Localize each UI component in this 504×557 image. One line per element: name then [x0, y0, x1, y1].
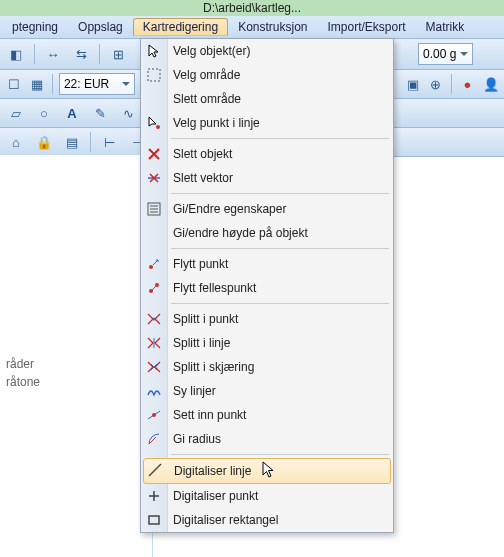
menu-item[interactable]: Gi radius [141, 427, 393, 451]
menu-separator [171, 303, 389, 304]
tool-btn-4[interactable]: ⊞ [106, 42, 130, 66]
tool-btn-e[interactable]: ● [458, 72, 477, 96]
menu-item-label: Slett område [173, 92, 241, 106]
menu-item-label: Velg objekt(er) [173, 44, 250, 58]
separator [90, 132, 91, 152]
tool-btn-1[interactable]: ◧ [4, 42, 28, 66]
menubar-item[interactable]: Oppslag [68, 18, 133, 36]
menu-separator [171, 248, 389, 249]
blank-icon [145, 224, 163, 242]
tool-btn-a[interactable]: ☐ [4, 72, 23, 96]
menu-item[interactable]: Slett område [141, 87, 393, 111]
menu-item-label: Velg punkt i linje [173, 116, 260, 130]
plus-icon [145, 487, 163, 505]
menu-item-label: Digitaliser punkt [173, 489, 258, 503]
menu-item[interactable]: Sett inn punkt [141, 403, 393, 427]
menu-item-label: Sett inn punkt [173, 408, 246, 422]
tool-square-icon[interactable]: ▱ [4, 101, 28, 125]
menu-item-label: Sy linjer [173, 384, 216, 398]
menu-item-label: Splitt i skjæring [173, 360, 254, 374]
svg-rect-0 [148, 69, 160, 81]
tool-btn-c[interactable]: ▣ [403, 72, 422, 96]
tool-lock-icon[interactable]: 🔒 [32, 130, 56, 154]
kartredigering-menu: Velg objekt(er)Velg områdeSlett områdeVe… [140, 38, 394, 533]
split-line-icon [145, 334, 163, 352]
menu-item[interactable]: Flytt fellespunkt [141, 276, 393, 300]
menu-separator [171, 138, 389, 139]
separator [451, 74, 452, 94]
separator [52, 74, 53, 94]
tool-home-icon[interactable]: ⌂ [4, 130, 28, 154]
menu-item[interactable]: Velg område [141, 63, 393, 87]
menubar-item[interactable]: Matrikk [416, 18, 475, 36]
menu-item-label: Flytt fellespunkt [173, 281, 256, 295]
delete-x-icon [145, 145, 163, 163]
tool-btn-d[interactable]: ⊕ [426, 72, 445, 96]
layer-dropdown[interactable]: 22: EUR [59, 73, 135, 95]
menu-item[interactable]: Gi/Endre egenskaper [141, 197, 393, 221]
menu-item[interactable]: Splitt i punkt [141, 307, 393, 331]
tool-btn-3[interactable]: ⇆ [69, 42, 93, 66]
marquee-icon [145, 66, 163, 84]
tool-layers-icon[interactable]: ▤ [60, 130, 84, 154]
menu-item[interactable]: Splitt i linje [141, 331, 393, 355]
menu-item[interactable]: Velg punkt i linje [141, 111, 393, 135]
menu-item[interactable]: Velg objekt(er) [141, 39, 393, 63]
svg-point-6 [153, 318, 156, 321]
svg-point-1 [156, 125, 160, 129]
properties-icon [145, 200, 163, 218]
menu-item-label: Gi radius [173, 432, 221, 446]
menubar-item[interactable]: Konstruksjon [228, 18, 317, 36]
menu-item[interactable]: Gi/endre høyde på objekt [141, 221, 393, 245]
cursor-icon [145, 42, 163, 60]
tool-btn-f[interactable]: 👤 [481, 72, 500, 96]
menu-item-label: Slett vektor [173, 171, 233, 185]
svg-rect-8 [149, 516, 159, 524]
menu-item-label: Flytt punkt [173, 257, 228, 271]
window-title-strip: D:\arbeid\kartleg... [0, 0, 504, 16]
insert-point-icon [145, 406, 163, 424]
svg-point-3 [149, 265, 153, 269]
menubar-item[interactable]: Kartredigering [133, 18, 228, 36]
move-shared-point-icon [145, 279, 163, 297]
separator [99, 44, 100, 64]
menu-item-label: Gi/Endre egenskaper [173, 202, 286, 216]
menu-item[interactable]: Sy linjer [141, 379, 393, 403]
menu-item[interactable]: Digitaliser rektangel [141, 508, 393, 532]
tool-snap1-icon[interactable]: ⊢ [97, 130, 121, 154]
separator [34, 44, 35, 64]
menu-item-label: Digitaliser rektangel [173, 513, 278, 527]
left-panel-line: råtone [6, 373, 146, 391]
tool-btn-b[interactable]: ▦ [27, 72, 46, 96]
menu-separator [171, 454, 389, 455]
menu-item-label: Gi/endre høyde på objekt [173, 226, 308, 240]
move-point-icon [145, 255, 163, 273]
menubar-item[interactable]: ptegning [2, 18, 68, 36]
menu-item-label: Splitt i punkt [173, 312, 238, 326]
line-icon [146, 461, 164, 479]
sew-lines-icon [145, 382, 163, 400]
tool-circle-icon[interactable]: ○ [32, 101, 56, 125]
split-intersection-icon [145, 358, 163, 376]
left-panel-line: råder [6, 355, 146, 373]
tool-text-icon[interactable]: A [60, 101, 84, 125]
point-cursor-icon [145, 114, 163, 132]
delete-vector-icon [145, 169, 163, 187]
menu-item[interactable]: Slett vektor [141, 166, 393, 190]
menu-separator [171, 193, 389, 194]
rectangle-icon [145, 511, 163, 529]
menu-item[interactable]: Digitaliser punkt [141, 484, 393, 508]
menu-item[interactable]: Splitt i skjæring [141, 355, 393, 379]
menubar-item[interactable]: Import/Eksport [318, 18, 416, 36]
menu-item[interactable]: Slett objekt [141, 142, 393, 166]
radius-icon [145, 430, 163, 448]
menu-item[interactable]: Flytt punkt [141, 252, 393, 276]
menu-item-label: Splitt i linje [173, 336, 230, 350]
tool-btn-2[interactable]: ↔ [41, 42, 65, 66]
split-point-icon [145, 310, 163, 328]
tool-measure-icon[interactable]: ✎ [88, 101, 112, 125]
menu-item-label: Digitaliser linje [174, 464, 251, 478]
tool-path-icon[interactable]: ∿ [116, 101, 140, 125]
value-dropdown[interactable]: 0.00 g [418, 43, 473, 65]
menu-item[interactable]: Digitaliser linje [143, 458, 391, 484]
